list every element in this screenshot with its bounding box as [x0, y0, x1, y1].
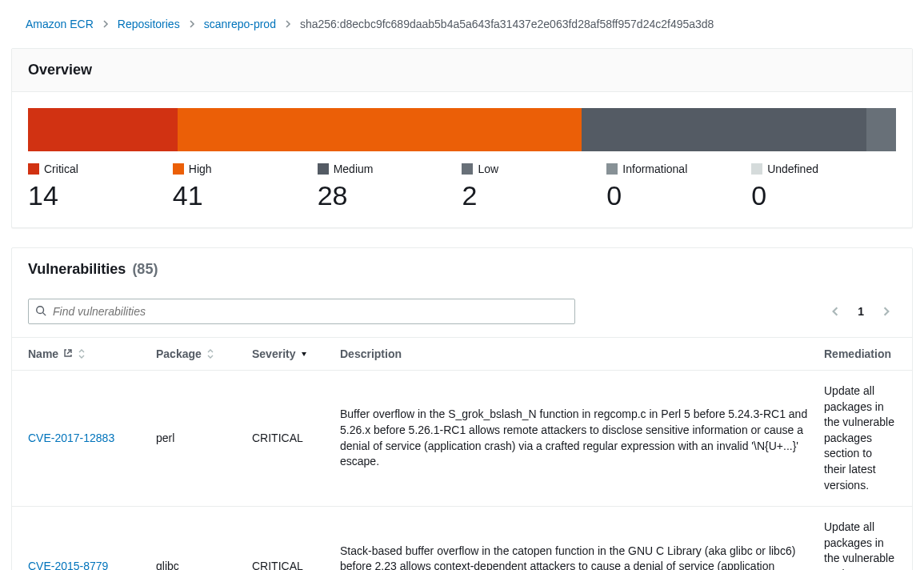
col-description-label: Description — [340, 347, 402, 360]
cell-remediation: Update all packages in the vulnerable pa… — [816, 371, 912, 507]
severity-bar-segment — [28, 108, 178, 151]
cell-severity: CRITICAL — [244, 371, 332, 507]
swatch-icon — [751, 163, 762, 175]
cell-description: Stack-based buffer overflow in the catop… — [332, 507, 816, 570]
overview-panel: Overview Critical14High41Medium28Low2Inf… — [11, 48, 913, 228]
severity-bar-segment — [866, 108, 896, 151]
cell-package: perl — [148, 371, 244, 507]
table-row: CVE-2015-8779glibcCRITICALStack-based bu… — [12, 507, 912, 570]
cve-link[interactable]: CVE-2015-8779 — [28, 560, 108, 570]
breadcrumb: Amazon ECR Repositories scanrepo-prod sh… — [11, 18, 913, 30]
col-package[interactable]: Package — [148, 338, 244, 371]
legend-item: High41 — [173, 163, 318, 211]
vulnerabilities-count: (85) — [132, 261, 158, 278]
legend-item: Medium28 — [318, 163, 462, 211]
swatch-icon — [173, 163, 184, 175]
col-remediation-label: Remediation — [824, 347, 891, 360]
external-link-icon — [63, 347, 73, 360]
legend-label: Low — [478, 163, 498, 175]
severity-bar-segment — [178, 108, 582, 151]
vulnerabilities-table: Name Package — [12, 337, 912, 570]
cell-remediation: Update all packages in the vulnerable pa… — [816, 507, 912, 570]
legend-label: Informational — [622, 163, 687, 175]
col-remediation: Remediation — [816, 338, 912, 371]
col-name-label: Name — [28, 347, 58, 360]
swatch-icon — [318, 163, 329, 175]
search-container[interactable] — [28, 299, 575, 324]
search-icon — [35, 305, 46, 319]
search-input[interactable] — [53, 305, 568, 318]
cell-severity: CRITICAL — [244, 507, 332, 570]
legend-label: Medium — [334, 163, 374, 175]
svg-line-1 — [43, 312, 46, 315]
chevron-right-icon — [102, 20, 110, 28]
legend-value: 0 — [606, 180, 751, 211]
col-name[interactable]: Name — [12, 338, 148, 371]
legend-item: Informational0 — [606, 163, 751, 211]
cell-package: glibc — [148, 507, 244, 570]
col-package-label: Package — [156, 347, 202, 360]
breadcrumb-repositories[interactable]: Repositories — [118, 18, 180, 30]
breadcrumb-digest: sha256:d8ecbc9fc689daab5b4a5a643fa31437e… — [300, 18, 714, 30]
page-number: 1 — [858, 305, 864, 318]
legend-value: 28 — [318, 180, 462, 211]
legend-item: Low2 — [462, 163, 606, 211]
legend-value: 14 — [28, 180, 173, 211]
cve-link[interactable]: CVE-2017-12883 — [28, 432, 114, 444]
legend-label: Undefined — [767, 163, 818, 175]
legend-label: Critical — [44, 163, 78, 175]
legend-item: Critical14 — [28, 163, 173, 211]
swatch-icon — [462, 163, 473, 175]
sort-icon — [78, 349, 86, 359]
overview-title: Overview — [12, 49, 912, 92]
svg-point-0 — [37, 306, 44, 313]
vulnerabilities-title: Vulnerabilities — [28, 261, 126, 278]
col-description: Description — [332, 338, 816, 371]
table-row: CVE-2017-12883perlCRITICALBuffer overflo… — [12, 371, 912, 507]
severity-bar-segment — [582, 108, 866, 151]
cell-description: Buffer overflow in the S_grok_bslash_N f… — [332, 371, 816, 507]
chevron-right-icon — [188, 20, 196, 28]
breadcrumb-amazon-ecr[interactable]: Amazon ECR — [26, 18, 94, 30]
col-severity[interactable]: Severity — [244, 338, 332, 371]
table-header-row: Name Package — [12, 338, 912, 371]
severity-bar — [28, 108, 896, 151]
severity-legend: Critical14High41Medium28Low2Informationa… — [28, 163, 896, 211]
swatch-icon — [28, 163, 39, 175]
pager: 1 — [830, 305, 896, 318]
legend-value: 2 — [462, 180, 606, 211]
vulnerabilities-panel: Vulnerabilities (85) 1 Name — [11, 247, 913, 570]
swatch-icon — [606, 163, 618, 175]
sort-icon — [206, 349, 214, 359]
page-next-button[interactable] — [882, 307, 891, 316]
legend-item: Undefined0 — [751, 163, 896, 211]
legend-label: High — [189, 163, 212, 175]
legend-value: 0 — [751, 180, 896, 211]
legend-value: 41 — [173, 180, 318, 211]
sort-down-icon — [300, 349, 308, 359]
page-prev-button[interactable] — [830, 307, 840, 316]
breadcrumb-scanrepo-prod[interactable]: scanrepo-prod — [204, 18, 276, 30]
col-severity-label: Severity — [252, 347, 295, 360]
chevron-right-icon — [284, 20, 292, 28]
